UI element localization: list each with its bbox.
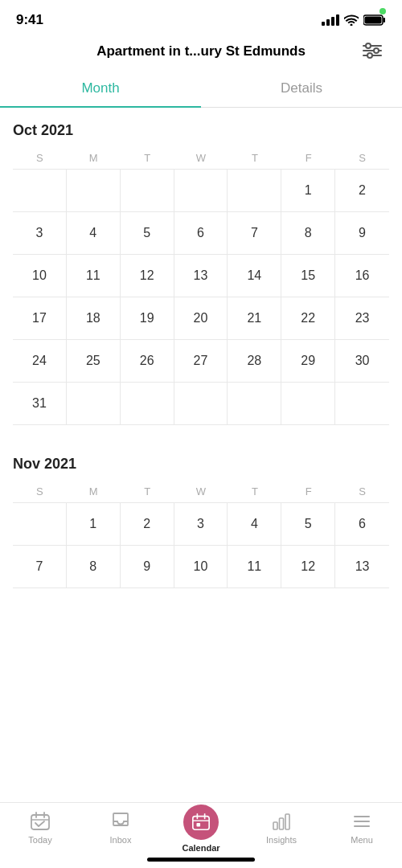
calendar-icon-circle xyxy=(183,805,219,840)
calendar-scroll[interactable]: Oct 2021 S M T W T F S 1 xyxy=(0,108,402,778)
list-item[interactable]: 20 xyxy=(174,297,228,339)
list-item[interactable]: 3 xyxy=(13,212,67,254)
day-header-t1: T xyxy=(121,149,174,167)
svg-point-6 xyxy=(366,43,371,48)
list-item[interactable]: 28 xyxy=(228,340,281,382)
list-item xyxy=(121,170,174,211)
inbox-icon xyxy=(110,811,131,832)
list-item[interactable]: 31 xyxy=(13,383,67,424)
month-oct-2021: Oct 2021 S M T W T F S 1 xyxy=(0,108,402,425)
day-header-nov-t1: T xyxy=(121,482,174,501)
table-row: 10 11 12 13 14 15 16 xyxy=(13,255,389,297)
day-header-nov-t2: T xyxy=(228,482,281,501)
svg-rect-20 xyxy=(285,814,289,829)
list-item xyxy=(228,170,281,211)
status-bar: 9:41 xyxy=(0,0,402,35)
list-item[interactable]: 12 xyxy=(121,255,174,297)
insights-icon xyxy=(271,811,292,832)
tab-bar-label-insights: Insights xyxy=(266,835,297,845)
calendar-weeks-oct: 1 2 3 4 5 6 7 8 9 10 11 12 xyxy=(13,170,389,425)
tab-bar-item-calendar[interactable]: Calendar xyxy=(161,809,241,853)
list-item[interactable]: 13 xyxy=(335,546,389,588)
svg-rect-18 xyxy=(273,822,277,829)
list-item[interactable]: 21 xyxy=(228,297,281,339)
list-item[interactable]: 4 xyxy=(67,212,121,254)
list-item[interactable]: 18 xyxy=(67,297,121,339)
svg-rect-17 xyxy=(196,823,200,827)
calendar-weeks-nov: 1 2 3 4 5 6 7 8 9 10 11 12 13 xyxy=(13,503,389,588)
day-header-nov-w1: W xyxy=(174,482,228,501)
tab-details[interactable]: Details xyxy=(201,68,402,108)
list-item[interactable]: 23 xyxy=(335,297,389,339)
day-headers-oct: S M T W T F S xyxy=(13,149,389,167)
list-item xyxy=(281,383,335,424)
list-item[interactable]: 6 xyxy=(335,503,389,545)
list-item[interactable]: 10 xyxy=(174,546,228,588)
tab-bar-item-today[interactable]: Today xyxy=(0,809,80,845)
list-item[interactable]: 22 xyxy=(281,297,335,339)
day-header-nov-f1: F xyxy=(281,482,335,501)
calendar-grid-oct: S M T W T F S 1 2 xyxy=(13,149,389,425)
svg-rect-9 xyxy=(31,815,49,829)
tab-bar-item-inbox[interactable]: Inbox xyxy=(80,809,161,845)
filter-button[interactable] xyxy=(359,39,386,65)
day-header-f1: F xyxy=(281,149,335,167)
list-item[interactable]: 9 xyxy=(335,212,389,254)
tab-bar-item-menu[interactable]: Menu xyxy=(322,809,402,845)
list-item[interactable]: 13 xyxy=(174,255,228,297)
list-item[interactable]: 15 xyxy=(281,255,335,297)
header-title: Apartment in t...ury St Edmunds xyxy=(96,43,306,59)
list-item[interactable]: 2 xyxy=(335,170,389,211)
list-item[interactable]: 17 xyxy=(13,297,67,339)
list-item[interactable]: 1 xyxy=(67,503,121,545)
list-item[interactable]: 5 xyxy=(121,212,174,254)
filter-icon xyxy=(362,42,383,59)
list-item[interactable]: 8 xyxy=(67,546,121,588)
list-item[interactable]: 9 xyxy=(121,546,174,588)
day-header-t2: T xyxy=(228,149,281,167)
list-item[interactable]: 6 xyxy=(174,212,228,254)
list-item[interactable]: 2 xyxy=(121,503,174,545)
list-item[interactable]: 3 xyxy=(174,503,228,545)
list-item[interactable]: 25 xyxy=(67,340,121,382)
home-indicator xyxy=(147,858,255,862)
list-item[interactable]: 24 xyxy=(13,340,67,382)
list-item[interactable]: 8 xyxy=(281,212,335,254)
list-item xyxy=(67,383,121,424)
list-item[interactable]: 14 xyxy=(228,255,281,297)
list-item[interactable]: 4 xyxy=(228,503,281,545)
day-headers-nov: S M T W T F S xyxy=(13,482,389,501)
list-item[interactable]: 16 xyxy=(335,255,389,297)
list-item[interactable]: 30 xyxy=(335,340,389,382)
tab-bar-label-today: Today xyxy=(28,835,51,845)
menu-icon xyxy=(351,811,372,832)
day-header-m1: M xyxy=(67,149,121,167)
list-item xyxy=(335,383,389,424)
list-item[interactable]: 19 xyxy=(121,297,174,339)
tab-month[interactable]: Month xyxy=(0,68,201,108)
status-time: 9:41 xyxy=(16,12,43,28)
table-row: 24 25 26 27 28 29 30 xyxy=(13,340,389,383)
day-header-w1: W xyxy=(174,149,228,167)
tab-bar-item-insights[interactable]: Insights xyxy=(241,809,322,845)
list-item[interactable]: 7 xyxy=(13,546,67,588)
list-item[interactable]: 5 xyxy=(281,503,335,545)
list-item[interactable]: 1 xyxy=(281,170,335,211)
list-item xyxy=(174,383,228,424)
list-item[interactable]: 11 xyxy=(228,546,281,588)
list-item[interactable]: 29 xyxy=(281,340,335,382)
header: Apartment in t...ury St Edmunds xyxy=(0,35,402,68)
list-item xyxy=(121,383,174,424)
list-item[interactable]: 27 xyxy=(174,340,228,382)
list-item[interactable]: 11 xyxy=(67,255,121,297)
list-item[interactable]: 12 xyxy=(281,546,335,588)
list-item[interactable]: 7 xyxy=(228,212,281,254)
tab-bar-label-calendar: Calendar xyxy=(182,843,219,853)
list-item[interactable]: 10 xyxy=(13,255,67,297)
battery-icon xyxy=(363,14,386,26)
svg-rect-19 xyxy=(280,818,284,829)
tab-bar-label-menu: Menu xyxy=(351,835,373,845)
table-row: 1 2 3 4 5 6 xyxy=(13,503,389,546)
svg-point-8 xyxy=(367,53,372,58)
list-item[interactable]: 26 xyxy=(121,340,174,382)
